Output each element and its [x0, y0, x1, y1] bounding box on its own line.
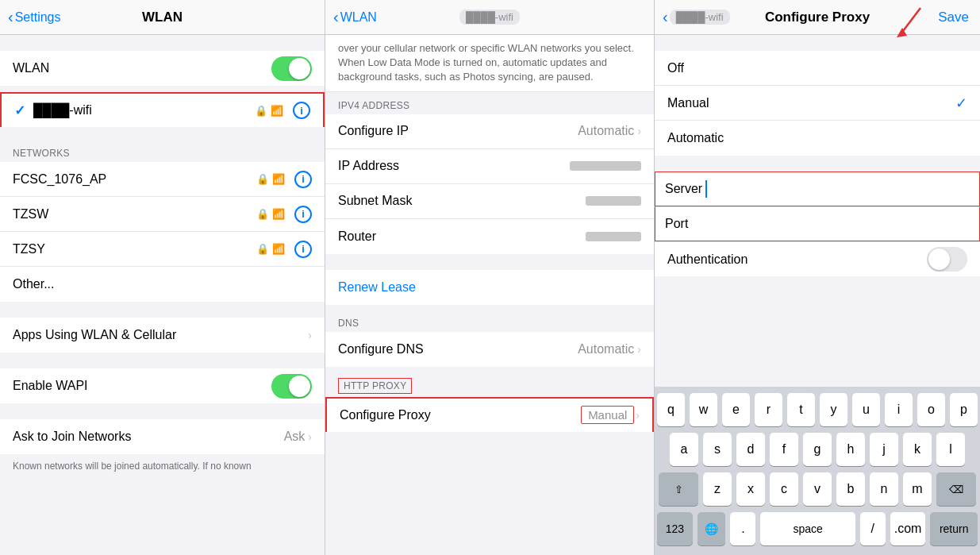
- key-u[interactable]: u: [852, 393, 880, 426]
- key-x[interactable]: x: [736, 472, 765, 506]
- wifi-icon-2: 📶: [272, 243, 285, 255]
- key-o[interactable]: o: [917, 393, 945, 426]
- renew-lease-section: Renew Lease: [325, 270, 654, 305]
- network-name-2: TZSY: [13, 242, 256, 256]
- key-j[interactable]: j: [870, 433, 898, 466]
- key-d[interactable]: d: [736, 433, 765, 466]
- key-e[interactable]: e: [722, 393, 750, 426]
- wapi-item: Enable WAPI: [0, 368, 325, 403]
- mid-nav-bar: ‹ WLAN ████-wifi: [325, 0, 654, 35]
- subnet-mask-item: Subnet Mask: [325, 184, 654, 219]
- key-p[interactable]: p: [950, 393, 978, 426]
- renew-lease-item[interactable]: Renew Lease: [325, 270, 654, 305]
- apps-wlan-item[interactable]: Apps Using WLAN & Cellular ›: [0, 318, 325, 353]
- port-field[interactable]: Port: [655, 206, 980, 241]
- configure-proxy-label: Configure Proxy: [340, 408, 581, 422]
- right-back-button[interactable]: ‹ ████-wifi: [663, 8, 730, 26]
- globe-key[interactable]: 🌐: [698, 512, 726, 545]
- key-l[interactable]: l: [936, 433, 965, 466]
- save-button[interactable]: Save: [938, 10, 969, 25]
- network-item-0[interactable]: FCSC_1076_AP 🔒 📶 i: [0, 162, 325, 197]
- footer-text: Known networks will be joined automatica…: [0, 454, 325, 478]
- proxy-manual-check: ✓: [955, 94, 967, 112]
- wapi-label: Enable WAPI: [13, 379, 271, 393]
- key-b[interactable]: b: [836, 472, 865, 506]
- connected-section: ✓ ████-wifi 🔒 📶 i: [0, 92, 325, 127]
- svg-line-0: [901, 8, 920, 34]
- configure-proxy-value: Manual: [581, 406, 634, 424]
- ask-join-item[interactable]: Ask to Join Networks Ask ›: [0, 419, 325, 454]
- com-key[interactable]: .com: [890, 512, 926, 545]
- server-field[interactable]: Server: [655, 172, 980, 206]
- annotation-arrow: [885, 4, 932, 44]
- delete-key[interactable]: ⌫: [936, 472, 976, 506]
- network-item-2[interactable]: TZSY 🔒 📶 i: [0, 232, 325, 267]
- key-v[interactable]: v: [803, 472, 832, 506]
- key-c[interactable]: c: [770, 472, 798, 506]
- left-nav-bar: ‹ Settings WLAN: [0, 0, 325, 35]
- http-proxy-header-wrap: HTTP PROXY: [325, 367, 654, 397]
- ask-join-label: Ask to Join Networks: [13, 430, 284, 444]
- proxy-option-automatic[interactable]: Automatic: [655, 121, 980, 156]
- text-cursor: [705, 180, 707, 198]
- ipv4-header: IPV4 ADDRESS: [325, 92, 654, 114]
- info-button-0[interactable]: i: [294, 171, 312, 188]
- key-z[interactable]: z: [703, 472, 732, 506]
- mid-back-chevron: ‹: [333, 8, 339, 26]
- space-key[interactable]: space: [760, 512, 855, 545]
- mid-back-button[interactable]: ‹ WLAN: [333, 8, 377, 26]
- proxy-manual-label: Manual: [667, 96, 955, 110]
- key-k[interactable]: k: [903, 433, 932, 466]
- connected-network-label: ████-wifi: [33, 103, 255, 118]
- configure-dns-item[interactable]: Configure DNS Automatic ›: [325, 332, 654, 367]
- key-y[interactable]: y: [820, 393, 847, 426]
- network-name-1: TZSW: [13, 207, 256, 222]
- networks-list: FCSC_1076_AP 🔒 📶 i TZSW 🔒 📶 i TZSY 🔒 📶 i…: [0, 162, 325, 302]
- return-key[interactable]: return: [930, 512, 978, 545]
- key-a[interactable]: a: [670, 433, 698, 466]
- auth-section: Authentication: [655, 241, 980, 276]
- configure-proxy-item[interactable]: Configure Proxy Manual ›: [325, 397, 654, 432]
- ipv4-section: Configure IP Automatic › IP Address Subn…: [325, 114, 654, 254]
- left-content: WLAN ✓ ████-wifi 🔒 📶 i NETWORKS FCSC_107…: [0, 35, 325, 555]
- keyboard-row-4: 123 🌐 . space / .com return: [657, 512, 978, 545]
- connected-network-item[interactable]: ✓ ████-wifi 🔒 📶 i: [0, 92, 325, 127]
- key-i[interactable]: i: [885, 393, 913, 426]
- key-f[interactable]: f: [770, 433, 798, 466]
- auth-label: Authentication: [667, 252, 927, 267]
- wlan-toggle[interactable]: [271, 56, 312, 81]
- key-w[interactable]: w: [690, 393, 717, 426]
- keyboard-row-3: ⇧ z x c v b n m ⌫: [657, 472, 978, 506]
- key-s[interactable]: s: [703, 433, 732, 466]
- wapi-toggle[interactable]: [271, 374, 312, 399]
- key-n[interactable]: n: [870, 472, 898, 506]
- proxy-option-manual[interactable]: Manual ✓: [655, 86, 980, 121]
- key-h[interactable]: h: [836, 433, 865, 466]
- network-item-other[interactable]: Other...: [0, 267, 325, 302]
- settings-back-button[interactable]: ‹ Settings: [8, 8, 60, 26]
- key-r[interactable]: r: [755, 393, 782, 426]
- right-back-chevron: ‹: [663, 8, 668, 26]
- auth-toggle[interactable]: [927, 247, 967, 272]
- router-value: [586, 232, 641, 241]
- shift-key[interactable]: ⇧: [659, 472, 698, 506]
- proxy-option-off[interactable]: Off: [655, 51, 980, 86]
- description-text: over your cellular network or specific W…: [325, 35, 654, 92]
- port-placeholder: Port: [665, 217, 688, 231]
- subnet-mask-value: [586, 196, 641, 206]
- mid-back-label: WLAN: [340, 10, 377, 25]
- configure-proxy-chevron: ›: [636, 409, 640, 422]
- slash-key[interactable]: /: [860, 512, 886, 545]
- info-button-1[interactable]: i: [294, 206, 312, 223]
- wapi-section: Enable WAPI: [0, 368, 325, 403]
- connected-info-button[interactable]: i: [293, 102, 310, 119]
- key-m[interactable]: m: [903, 472, 932, 506]
- key-t[interactable]: t: [787, 393, 815, 426]
- info-button-2[interactable]: i: [294, 241, 312, 258]
- key-g[interactable]: g: [803, 433, 832, 466]
- key-q[interactable]: q: [657, 393, 685, 426]
- network-item-1[interactable]: TZSW 🔒 📶 i: [0, 197, 325, 232]
- dot-key[interactable]: .: [730, 512, 755, 545]
- num-key[interactable]: 123: [657, 512, 693, 545]
- configure-ip-item[interactable]: Configure IP Automatic ›: [325, 114, 654, 149]
